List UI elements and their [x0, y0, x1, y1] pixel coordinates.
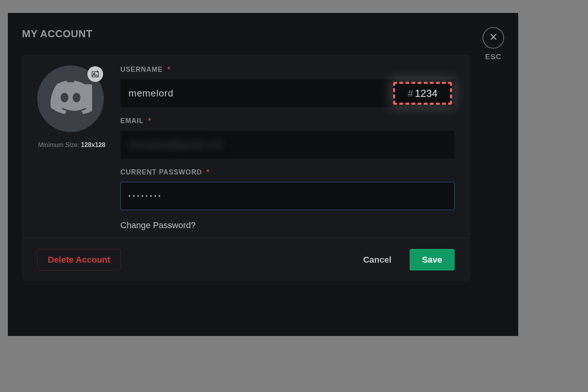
delete-account-button[interactable]: Delete Account [37, 249, 121, 270]
footer-actions: Delete Account Cancel Save [37, 238, 455, 270]
email-field: EMAIL * memelord@gmail.com [120, 117, 455, 159]
min-size-value: 128x128 [81, 142, 105, 148]
password-input-box[interactable]: •••••••• [120, 182, 455, 210]
close-button[interactable] [483, 27, 504, 49]
header-row: MY ACCOUNT [22, 28, 504, 40]
change-password-link[interactable]: Change Password? [120, 220, 455, 230]
discord-logo-icon [49, 76, 92, 121]
avatar-column: Minimum Size: 128x128 [37, 65, 106, 238]
min-size-prefix: Minimum Size: [38, 142, 81, 148]
page-title: MY ACCOUNT [22, 28, 93, 40]
upload-image-icon [87, 66, 103, 82]
avatar-min-size: Minimum Size: 128x128 [37, 142, 106, 149]
email-input-box[interactable]: memelord@gmail.com [120, 131, 455, 159]
required-mark: * [167, 65, 171, 73]
email-label: EMAIL * [120, 117, 455, 125]
required-mark: * [207, 168, 210, 176]
esc-label: ESC [483, 53, 504, 61]
discriminator-highlight[interactable]: # 1234 [393, 82, 452, 105]
discriminator-digits: 1234 [415, 87, 437, 100]
password-field: CURRENT PASSWORD * •••••••• [120, 168, 455, 210]
form-column: USERNAME * # 1234 EMAIL * [120, 65, 455, 238]
password-label: CURRENT PASSWORD * [120, 168, 455, 176]
close-icon [489, 32, 498, 44]
save-button[interactable]: Save [410, 249, 455, 270]
close-region: ESC [483, 27, 504, 61]
cancel-button[interactable]: Cancel [353, 249, 401, 270]
avatar-upload[interactable] [37, 65, 104, 132]
username-label: USERNAME * [120, 65, 455, 74]
required-mark: * [148, 117, 151, 125]
username-field: USERNAME * # 1234 [120, 65, 455, 107]
username-input-box: # 1234 [120, 79, 455, 107]
discriminator-hash: # [408, 87, 413, 100]
email-value-blurred: memelord@gmail.com [129, 139, 223, 150]
account-settings-modal: MY ACCOUNT ESC [8, 13, 518, 336]
account-panel: Minimum Size: 128x128 USERNAME * # 1234 [22, 55, 470, 280]
password-dots: •••••••• [129, 193, 163, 199]
